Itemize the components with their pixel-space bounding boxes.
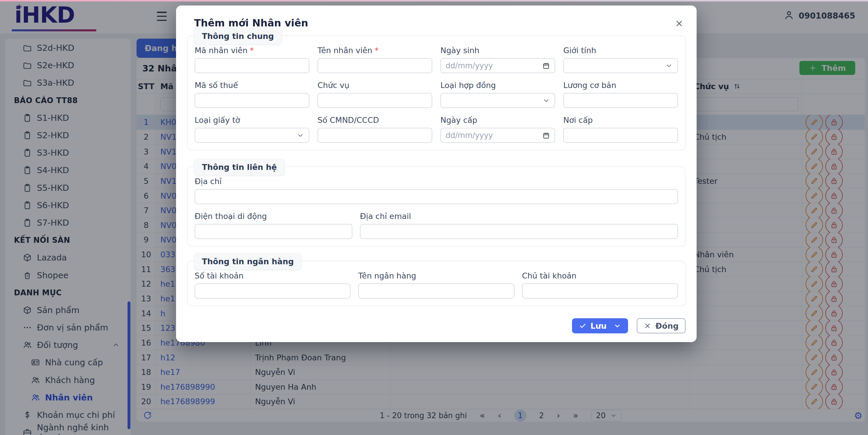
- ma-nhan-vien-input[interactable]: [195, 58, 309, 73]
- modal-close-button[interactable]: [675, 19, 684, 28]
- field-label: Chủ tài khoản: [522, 271, 678, 281]
- dismiss-button[interactable]: Đóng: [637, 318, 686, 333]
- field-label: Tên ngân hàng: [358, 271, 514, 281]
- field-label: Ngày cấp: [440, 116, 555, 125]
- field-label: Mã nhân viên*: [195, 46, 309, 55]
- chevron-down-icon: [297, 131, 304, 139]
- field-label: Số CMND/CCCD: [317, 116, 432, 125]
- field-label: Loại giấy tờ: [195, 116, 309, 125]
- section-general-legend: Thông tin chung: [194, 28, 282, 44]
- noi-cap-input[interactable]: [563, 128, 678, 143]
- section-bank: Thông tin ngân hàng Số tài khoản Tên ngâ…: [187, 261, 686, 306]
- field-label: Giới tính: [563, 46, 678, 55]
- save-button[interactable]: Lưu: [572, 318, 628, 333]
- field-label: Địa chỉ email: [360, 212, 678, 221]
- field-label: Tên nhân viên*: [317, 46, 432, 55]
- section-contact-legend: Thông tin liên hệ: [194, 159, 285, 176]
- ngay-sinh-date-input[interactable]: dd/mm/yyyy: [440, 58, 555, 73]
- modal-title: Thêm mới Nhân viên: [194, 18, 686, 28]
- chevron-down-icon: [665, 62, 673, 69]
- field-label: Ngày sinh: [440, 46, 555, 55]
- field-label: Chức vụ: [317, 81, 432, 90]
- section-bank-legend: Thông tin ngân hàng: [194, 253, 302, 270]
- dien-thoai-input[interactable]: [195, 224, 352, 239]
- so-tai-khoan-input[interactable]: [195, 283, 351, 299]
- chu-tai-khoan-input[interactable]: [522, 283, 678, 299]
- field-label: Loại hợp đồng: [440, 81, 555, 90]
- ten-ngan-hang-input[interactable]: [358, 283, 514, 299]
- calendar-icon[interactable]: [542, 62, 550, 69]
- ten-nhan-vien-input[interactable]: [317, 58, 432, 73]
- top-accent-bar: [0, 0, 868, 1]
- save-dropdown-chevron-icon[interactable]: [614, 322, 621, 330]
- loai-giay-to-select[interactable]: [195, 128, 309, 143]
- ma-so-thue-input[interactable]: [195, 93, 309, 108]
- section-general: Thông tin chung Mã nhân viên* Tên nhân v…: [187, 35, 686, 150]
- field-label: Mã số thuế: [195, 81, 309, 90]
- field-label: Địa chỉ: [195, 177, 678, 186]
- loai-hop-dong-select[interactable]: [440, 93, 555, 108]
- dia-chi-input[interactable]: [195, 189, 678, 204]
- gioi-tinh-select[interactable]: [563, 58, 678, 73]
- email-input[interactable]: [360, 224, 678, 239]
- calendar-icon[interactable]: [542, 131, 550, 139]
- field-label: Nơi cấp: [563, 116, 678, 125]
- check-icon: [579, 322, 587, 330]
- close-icon: [675, 19, 684, 28]
- chuc-vu-input[interactable]: [317, 93, 432, 108]
- ngay-cap-date-input[interactable]: dd/mm/yyyy: [440, 128, 555, 143]
- modal-actions: Lưu Đóng: [187, 318, 686, 333]
- add-employee-modal: Thêm mới Nhân viên Thông tin chung Mã nh…: [176, 5, 696, 342]
- field-label: Điện thoại di động: [195, 212, 352, 221]
- field-label: Số tài khoản: [195, 271, 351, 281]
- x-icon: [644, 322, 651, 330]
- chevron-down-icon: [542, 97, 550, 104]
- luong-co-ban-input[interactable]: [563, 93, 678, 108]
- field-label: Lương cơ bản: [563, 81, 678, 90]
- so-cmnd-input[interactable]: [317, 128, 432, 143]
- section-contact: Thông tin liên hệ Địa chỉ Điện thoại di …: [187, 166, 686, 247]
